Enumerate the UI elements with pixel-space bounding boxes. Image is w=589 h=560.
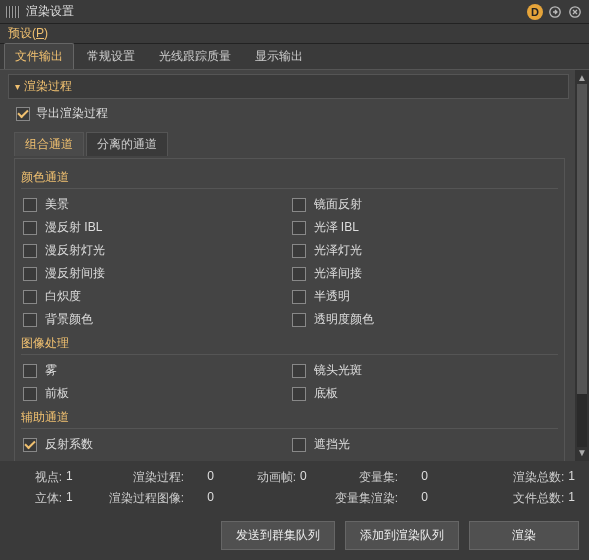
stat-render-total-value: 1 xyxy=(564,469,575,486)
lbl-specular: 镜面反射 xyxy=(314,196,362,213)
chk-reflectance[interactable] xyxy=(23,438,37,452)
lbl-glossy-ibl: 光泽 IBL xyxy=(314,219,359,236)
render-button[interactable]: 渲染 xyxy=(469,521,579,550)
scroll-up-icon[interactable]: ▲ xyxy=(576,72,588,84)
export-passes-checkbox[interactable] xyxy=(16,107,30,121)
stat-file-total-label: 文件总数: xyxy=(513,490,564,507)
chk-background-color[interactable] xyxy=(23,313,37,327)
export-passes-label: 导出渲染过程 xyxy=(36,105,108,122)
chk-normals[interactable] xyxy=(23,461,37,462)
chk-diffuse-indirect[interactable] xyxy=(23,267,37,281)
menubar: 预设(P) xyxy=(0,24,589,44)
content: 渲染过程 导出渲染过程 组合通道 分离的通道 颜色通道 美景 镜面反射 漫反射 … xyxy=(0,70,575,461)
group-color-props: 美景 镜面反射 漫反射 IBL 光泽 IBL 漫反射灯光 光泽灯光 漫反射间接 … xyxy=(21,193,558,331)
lbl-camera-normals: 摄影机法线 xyxy=(314,459,374,461)
chk-fog[interactable] xyxy=(23,364,37,378)
chk-translucent[interactable] xyxy=(292,290,306,304)
titlebar: 渲染设置 D xyxy=(0,0,589,24)
stat-varset-value: 0 xyxy=(398,469,428,486)
titlebar-external-button[interactable] xyxy=(547,4,563,20)
chk-backplate[interactable] xyxy=(292,387,306,401)
lbl-fog: 雾 xyxy=(45,362,57,379)
lbl-beauty: 美景 xyxy=(45,196,69,213)
stat-stereo-value: 1 xyxy=(62,490,73,507)
lbl-frontplate: 前板 xyxy=(45,385,69,402)
stat-passes-value: 0 xyxy=(184,469,214,486)
send-to-cluster-button[interactable]: 发送到群集队列 xyxy=(221,521,335,550)
export-row: 导出渲染过程 xyxy=(16,105,569,122)
lbl-diffuse-indirect: 漫反射间接 xyxy=(45,265,105,282)
chk-frontplate[interactable] xyxy=(23,387,37,401)
lbl-glossy-indirect: 光泽间接 xyxy=(314,265,362,282)
inner-tabs: 组合通道 分离的通道 xyxy=(14,132,569,156)
tab-general[interactable]: 常规设置 xyxy=(76,43,146,69)
scroll-down-icon[interactable]: ▼ xyxy=(576,447,588,459)
stat-stereo-label: 立体: xyxy=(12,490,62,507)
chk-camera-normals[interactable] xyxy=(292,461,306,462)
content-wrap: 渲染过程 导出渲染过程 组合通道 分离的通道 颜色通道 美景 镜面反射 漫反射 … xyxy=(0,70,589,461)
lbl-glossy-light: 光泽灯光 xyxy=(314,242,362,259)
chk-occlusion-light[interactable] xyxy=(292,438,306,452)
chk-diffuse-ibl[interactable] xyxy=(23,221,37,235)
add-to-queue-button[interactable]: 添加到渲染队列 xyxy=(345,521,459,550)
stat-varset-label: 变量集: xyxy=(323,469,398,486)
window-title: 渲染设置 xyxy=(26,3,523,20)
stat-varset-render-label: 变量集渲染: xyxy=(323,490,398,507)
lbl-normals: 法线 xyxy=(45,459,69,461)
titlebar-d-button[interactable]: D xyxy=(527,4,543,20)
chk-specular[interactable] xyxy=(292,198,306,212)
lbl-lens-flare: 镜头光斑 xyxy=(314,362,362,379)
stat-render-total-label: 渲染总数: xyxy=(513,469,564,486)
group-color-head: 颜色通道 xyxy=(21,167,558,189)
group-image-props: 雾 镜头光斑 前板 底板 xyxy=(21,359,558,405)
chk-lens-flare[interactable] xyxy=(292,364,306,378)
titlebar-close-button[interactable] xyxy=(567,4,583,20)
chk-glossy-light[interactable] xyxy=(292,244,306,258)
lbl-occlusion-light: 遮挡光 xyxy=(314,436,350,453)
main-tabs: 文件输出 常规设置 光线跟踪质量 显示输出 xyxy=(0,44,589,70)
inner-tab-combined[interactable]: 组合通道 xyxy=(14,132,84,156)
stat-passes-label: 渲染过程: xyxy=(94,469,184,486)
stat-frames-label: 动画帧: xyxy=(221,469,296,486)
stat-frames-value: 0 xyxy=(296,469,307,486)
chk-glossy-ibl[interactable] xyxy=(292,221,306,235)
lbl-diffuse-light: 漫反射灯光 xyxy=(45,242,105,259)
stat-pass-img-value: 0 xyxy=(184,490,214,507)
tab-display-output[interactable]: 显示输出 xyxy=(244,43,314,69)
section-render-passes[interactable]: 渲染过程 xyxy=(8,74,569,99)
lbl-transparency-color: 透明度颜色 xyxy=(314,311,374,328)
chk-glossy-indirect[interactable] xyxy=(292,267,306,281)
scroll-thumb[interactable] xyxy=(577,84,587,394)
group-image-head: 图像处理 xyxy=(21,333,558,355)
stats-panel: 视点:1 渲染过程:0 动画帧:0 变量集:0 渲染总数:1 立体:1 渲染过程… xyxy=(0,461,589,513)
chk-beauty[interactable] xyxy=(23,198,37,212)
scroll-track[interactable] xyxy=(577,84,587,447)
tab-raytrace-quality[interactable]: 光线跟踪质量 xyxy=(148,43,242,69)
lbl-incandescence: 白炽度 xyxy=(45,288,81,305)
lbl-backplate: 底板 xyxy=(314,385,338,402)
scrollbar[interactable]: ▲ ▼ xyxy=(575,70,589,461)
stat-varset-render-value: 0 xyxy=(398,490,428,507)
chk-transparency-color[interactable] xyxy=(292,313,306,327)
inner-panel: 颜色通道 美景 镜面反射 漫反射 IBL 光泽 IBL 漫反射灯光 光泽灯光 漫… xyxy=(14,158,565,461)
lbl-translucent: 半透明 xyxy=(314,288,350,305)
lbl-reflectance: 反射系数 xyxy=(45,436,93,453)
chk-incandescence[interactable] xyxy=(23,290,37,304)
stat-pass-img-label: 渲染过程图像: xyxy=(94,490,184,507)
group-aux-props: 反射系数 遮挡光 法线 摄影机法线 遮罩 位置 xyxy=(21,433,558,461)
chk-diffuse-light[interactable] xyxy=(23,244,37,258)
lbl-diffuse-ibl: 漫反射 IBL xyxy=(45,219,102,236)
group-aux-head: 辅助通道 xyxy=(21,407,558,429)
stat-viewpoint-value: 1 xyxy=(62,469,73,486)
menu-preset[interactable]: 预设(P) xyxy=(8,25,48,42)
inner-tab-separated[interactable]: 分离的通道 xyxy=(86,132,168,156)
footer: 发送到群集队列 添加到渲染队列 渲染 xyxy=(0,513,589,560)
app-icon xyxy=(6,6,20,18)
stat-file-total-value: 1 xyxy=(564,490,575,507)
stat-viewpoint-label: 视点: xyxy=(12,469,62,486)
tab-file-output[interactable]: 文件输出 xyxy=(4,43,74,69)
lbl-background-color: 背景颜色 xyxy=(45,311,93,328)
